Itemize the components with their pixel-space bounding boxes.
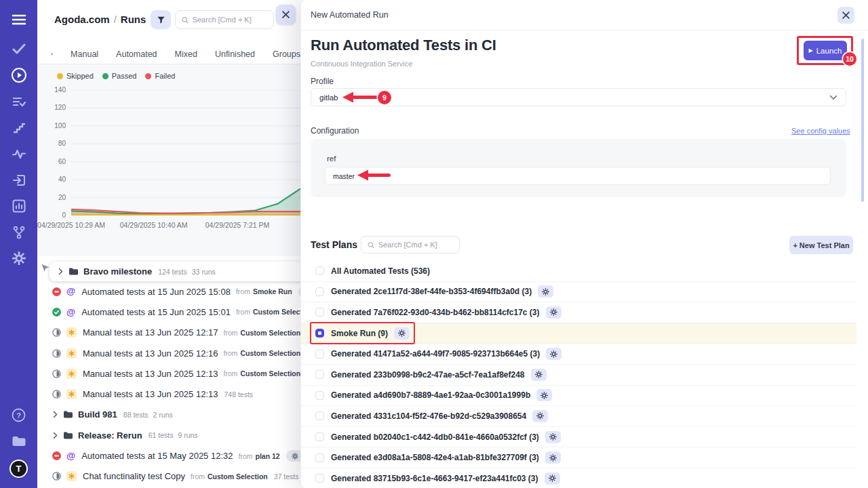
steps-icon[interactable] <box>0 118 37 138</box>
legend-failed[interactable]: Failed <box>145 72 175 80</box>
run-source[interactable]: Custom Selection <box>240 329 300 337</box>
plan-checkbox[interactable] <box>315 329 324 338</box>
tab-groups[interactable]: Groups <box>273 49 300 59</box>
account-logo[interactable]: T <box>0 458 37 479</box>
test-plans-search-input[interactable] <box>378 241 453 249</box>
test-plan-row[interactable]: Generated a4d690b7-8889-4ae1-92aa-0c3001… <box>301 386 856 407</box>
settings-gear-icon[interactable] <box>0 248 37 268</box>
breadcrumb-project[interactable]: Agoda.com <box>54 14 110 25</box>
plan-checkbox[interactable] <box>315 411 324 420</box>
plan-checkbox[interactable] <box>315 453 324 462</box>
runs-search[interactable] <box>175 10 274 29</box>
new-test-plan-button[interactable]: + New Test Plan <box>789 236 853 254</box>
plan-checkbox[interactable] <box>315 266 324 275</box>
run-title: Automated tests at 15 Jun 2025 15:01 <box>81 307 231 317</box>
plan-checkbox[interactable] <box>315 350 324 359</box>
activity-pulse-icon[interactable] <box>0 144 37 164</box>
launch-button[interactable]: ▶ Launch <box>804 41 847 60</box>
tab-mixed[interactable]: Mixed <box>175 49 197 59</box>
y-axis-tick: 20 <box>41 194 66 201</box>
test-plan-row[interactable]: Generated 233b0998-b9c2-47ae-a5cf-7ea1af… <box>301 365 856 386</box>
run-source[interactable]: Custom Selection <box>253 308 300 316</box>
test-plan-row[interactable]: Generated 4331c104-f5f2-476e-b92d-c529a3… <box>301 406 856 427</box>
drawer-close-button[interactable] <box>837 7 854 24</box>
plan-settings-button[interactable] <box>538 285 553 298</box>
plan-settings-button[interactable] <box>531 369 547 381</box>
run-source[interactable]: Smoke Run <box>253 287 292 296</box>
checklist-icon[interactable] <box>51 49 53 60</box>
tests-check-icon[interactable] <box>0 39 37 59</box>
plan-label: All Automated Tests (536) <box>331 266 430 276</box>
manual-run-icon <box>66 369 77 379</box>
run-source[interactable]: Custom Selection <box>240 369 300 378</box>
plan-settings-button[interactable] <box>394 327 410 340</box>
plan-checkbox[interactable] <box>315 308 324 317</box>
run-row[interactable]: @Automated tests at 15 Jun 2025 15:01fro… <box>37 302 300 322</box>
run-source[interactable]: Custom Selection <box>240 349 300 357</box>
tab-manual[interactable]: Manual <box>71 49 98 59</box>
plan-label: Generated b02040c1-c442-4db0-841e-4660a0… <box>331 432 539 442</box>
plan-settings-button[interactable] <box>532 410 548 422</box>
run-row[interactable]: @Automated tests at 15 May 2025 12:32fro… <box>37 445 300 466</box>
branches-icon[interactable] <box>0 222 37 243</box>
legend-skipped[interactable]: Skipped <box>57 72 94 80</box>
plan-settings-button[interactable] <box>545 472 560 485</box>
help-icon[interactable]: ? <box>0 405 37 425</box>
tab-unfinished[interactable]: Unfinished <box>215 49 255 59</box>
tab-automated[interactable]: Automated <box>116 49 157 59</box>
run-row[interactable]: Manual tests at 13 Jun 2025 12:17fromCus… <box>37 323 300 343</box>
run-tag-badge[interactable]: test <box>286 450 300 462</box>
test-plan-row[interactable]: Generated 41471a52-a644-49f7-9085-923713… <box>301 344 856 365</box>
plan-settings-button[interactable] <box>545 431 561 443</box>
plan-settings-button[interactable] <box>545 451 561 464</box>
runs-chart: SkippedPassedFailed 02040608010012014004… <box>37 64 300 256</box>
run-row[interactable]: Chat functinality test CopyfromCustom Se… <box>37 466 300 487</box>
test-plans-icon[interactable] <box>0 92 37 112</box>
plan-label: Generated 41471a52-a644-49f7-9085-923713… <box>331 349 540 359</box>
projects-folder-icon[interactable] <box>0 431 37 451</box>
legend-dot <box>57 73 63 79</box>
run-row[interactable]: Manual tests at 13 Jun 2025 12:13fromCus… <box>37 363 300 384</box>
plan-settings-button[interactable] <box>546 348 561 360</box>
scrollbar-thumb[interactable] <box>861 39 864 202</box>
test-plan-row[interactable]: All Automated Tests (536) <box>301 261 856 282</box>
run-source[interactable]: Custom Selection <box>208 472 268 481</box>
panel-close-button[interactable] <box>276 5 296 24</box>
plan-settings-button[interactable] <box>546 306 561 319</box>
analytics-icon[interactable] <box>0 196 37 216</box>
run-row[interactable]: Manual tests at 13 Jun 2025 12:13748 tes… <box>37 384 300 404</box>
see-config-values-link[interactable]: See config values <box>791 127 850 135</box>
filter-button[interactable] <box>151 10 171 29</box>
menu-icon[interactable] <box>0 9 37 30</box>
ref-input[interactable] <box>325 167 831 185</box>
plan-checkbox[interactable] <box>315 370 324 379</box>
folder-row[interactable]: Release: Rerun61 tests9 runs <box>37 425 300 445</box>
test-plans-search[interactable] <box>361 236 460 253</box>
legend-passed[interactable]: Passed <box>102 72 137 80</box>
run-title: Manual tests at 13 Jun 2025 12:16 <box>83 348 218 359</box>
plan-settings-button[interactable] <box>536 389 552 401</box>
run-row[interactable]: Manual tests at 13 Jun 2025 12:16fromCus… <box>37 343 300 363</box>
test-plan-row[interactable]: Generated 7a76f022-93d0-434b-b462-bb8114… <box>301 302 856 323</box>
test-plan-row[interactable]: Generated b02040c1-c442-4db0-841e-4660a0… <box>301 427 856 448</box>
folder-row[interactable]: Build 98188 tests2 runs <box>37 405 300 425</box>
folder-title: Build 981 <box>78 409 117 420</box>
close-icon <box>842 12 850 19</box>
folder-tests-count: 88 tests <box>123 411 149 419</box>
test-plan-row[interactable]: Generated 2ce11f7d-38ef-44fe-b353-4f694f… <box>301 282 856 303</box>
runs-search-input[interactable] <box>193 16 267 24</box>
runs-play-icon[interactable] <box>0 65 37 85</box>
test-plan-row[interactable]: Smoke Run (9) <box>301 323 856 344</box>
run-source[interactable]: plan 12 <box>255 452 279 460</box>
plan-checkbox[interactable] <box>315 287 324 296</box>
partial-status-icon <box>52 349 61 358</box>
plan-checkbox[interactable] <box>315 474 324 483</box>
plan-checkbox[interactable] <box>315 432 324 441</box>
gear-icon <box>542 288 549 296</box>
import-run-icon[interactable] <box>0 170 37 190</box>
run-row[interactable]: @Automated tests at 15 Jun 2025 15:08fro… <box>37 281 300 302</box>
test-plan-row[interactable]: Generated e3d08a1a-5808-42e4-a1ab-81bfe3… <box>301 447 856 468</box>
test-plan-row[interactable]: Generated 83715b93-6c1e-4663-9417-ef23a4… <box>301 468 856 488</box>
plan-checkbox[interactable] <box>315 391 324 400</box>
folder-row[interactable]: Bravo milestone124 tests33 runs <box>50 262 300 281</box>
